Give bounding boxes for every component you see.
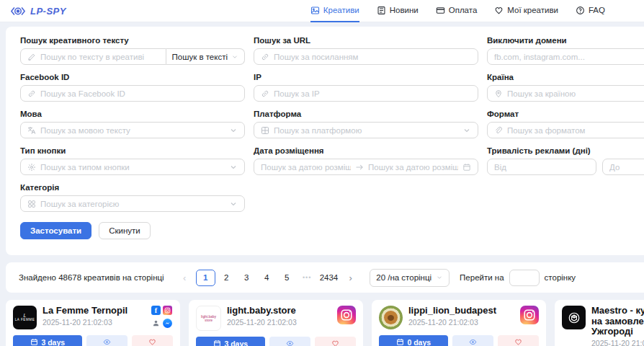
like-button[interactable]	[315, 337, 356, 346]
views-button[interactable]	[452, 335, 493, 346]
goto-page-group: Перейти на сторінку	[460, 270, 576, 286]
platform-select[interactable]: Пошук за платформою	[254, 122, 478, 138]
creative-date: 2025-11-20 21:02:03	[227, 318, 331, 327]
page-size-select[interactable]: 20 /на сторінці	[370, 269, 450, 287]
calendar-icon	[213, 340, 221, 346]
image-icon	[310, 6, 320, 15]
field-category: Категорія Пошук за категорією	[20, 183, 245, 212]
language-select[interactable]: Пошук за мовою тексту	[20, 122, 245, 138]
logo[interactable]: LP-SPY	[10, 6, 66, 17]
field-label: Формат	[487, 110, 644, 118]
eye-icon	[103, 338, 111, 346]
page-button-5[interactable]: 5	[278, 270, 296, 285]
next-page-button[interactable]: ›	[341, 270, 359, 285]
page-button-4[interactable]: 4	[258, 270, 276, 285]
avatar-text: store	[205, 319, 213, 322]
nav-tab-faq[interactable]: FAQ	[576, 0, 605, 22]
page-button-1[interactable]: 1	[196, 270, 215, 286]
field-url: Пошук за URL Пошук за посиланням	[254, 36, 478, 65]
creative-date: 2025-11-20 21:02:03	[591, 339, 644, 346]
maestro-logo	[568, 311, 581, 324]
advertiser-name[interactable]: Maestro - кухні, меблі на замовлення в У…	[591, 306, 644, 337]
creative-card[interactable]: L LA FEMME La Femme Ternopil 2025-11-20 …	[6, 300, 180, 346]
date-from-placeholder: Пошук за датою розміщення	[261, 163, 351, 172]
eye-icon	[286, 340, 294, 346]
creative-text-input[interactable]: Пошук по тексту в креативі	[20, 48, 166, 65]
days-active-button[interactable]: 3 days	[196, 337, 265, 346]
views-button[interactable]	[86, 335, 128, 346]
text-search-mode-select[interactable]: Пошук в тексті	[166, 48, 245, 65]
advertiser-avatar: light.baby store	[196, 306, 221, 331]
chevron-down-icon	[462, 126, 471, 135]
days-active-button[interactable]: 3 days	[13, 335, 82, 346]
link-icon	[27, 89, 36, 98]
field-label: Тип кнопки	[20, 146, 245, 155]
field-format: Формат Пошук за форматом	[487, 110, 644, 138]
field-language: Мова Пошук за мовою тексту	[20, 110, 245, 138]
advertiser-name[interactable]: lippi_lion_budapest	[408, 306, 514, 316]
like-button[interactable]	[498, 335, 539, 346]
heart-icon	[514, 338, 522, 346]
nav-tab-payment[interactable]: Оплата	[436, 0, 478, 22]
selected-value: Пошук в тексті	[172, 53, 228, 61]
field-label: IP	[254, 73, 478, 81]
category-select[interactable]: Пошук за категорією	[20, 195, 245, 212]
field-button-type: Тип кнопки Пошук за типом кнопки	[20, 146, 245, 175]
question-icon	[576, 6, 585, 15]
like-button[interactable]	[132, 335, 173, 346]
ip-input[interactable]: Пошук за IP	[254, 85, 478, 102]
duration-to-input[interactable]: До	[602, 159, 644, 175]
creatives-list: L LA FEMME La Femme Ternopil 2025-11-20 …	[6, 300, 644, 346]
chevron-down-icon	[229, 163, 238, 172]
arrow-right-icon	[355, 163, 364, 172]
messenger-icon	[163, 319, 172, 328]
duration-from-input[interactable]: Від	[487, 159, 596, 175]
field-duration: Тривалість реклами (дні) Від До	[487, 146, 644, 175]
network-icons: f	[151, 306, 173, 329]
creative-card[interactable]: Maestro - кухні, меблі на замовлення в У…	[555, 300, 644, 346]
advertiser-name[interactable]: light.baby.store	[227, 306, 331, 316]
views-button[interactable]	[269, 337, 310, 346]
exclude-domains-input[interactable]: fb.com, instagram.com...	[487, 48, 644, 65]
page-button-3[interactable]: 3	[238, 270, 256, 285]
prev-page-button[interactable]: ‹	[176, 270, 194, 285]
card-actions: 0 days	[379, 335, 539, 346]
placeholder: Пошук по тексту в креативі	[40, 53, 159, 61]
format-select[interactable]: Пошук за форматом	[487, 122, 644, 138]
goto-page-input[interactable]	[509, 270, 540, 286]
reset-button[interactable]: Скинути	[99, 222, 151, 239]
apply-button[interactable]: Застосувати	[20, 222, 91, 239]
goto-prefix-label: Перейти на	[460, 273, 504, 282]
creative-date: 2025-11-20 21:02:03	[408, 318, 514, 327]
page-button-2[interactable]: 2	[218, 270, 236, 285]
page-button-last[interactable]: 2434	[318, 270, 340, 285]
field-label: Пошук креативного тексту	[20, 36, 245, 45]
placeholder: Пошук за країною	[507, 89, 644, 98]
facebook-id-input[interactable]: Пошук за Facebook ID	[20, 85, 245, 102]
instagram-icon	[163, 306, 172, 315]
nav-label: FAQ	[589, 6, 605, 14]
advertiser-avatar	[562, 306, 586, 329]
field-creative-text: Пошук креативного тексту Пошук по тексту…	[20, 36, 245, 65]
creative-card[interactable]: lippi_lion_budapest 2025-11-20 21:02:03 …	[372, 300, 546, 346]
field-label: Тривалість реклами (дні)	[487, 146, 644, 155]
days-active-button[interactable]: 0 days	[379, 335, 448, 346]
nav-tab-my-creatives[interactable]: Мої креативи	[494, 0, 558, 22]
button-type-select[interactable]: Пошук за типом кнопки	[20, 159, 245, 175]
pencil-icon	[27, 53, 36, 61]
advertiser-name[interactable]: La Femme Ternopil	[43, 306, 146, 316]
page-content: Пошук креативного тексту Пошук по тексту…	[0, 27, 644, 346]
translate-icon	[27, 126, 36, 135]
news-icon	[377, 6, 386, 15]
placeholder: Пошук за платформою	[274, 126, 458, 135]
field-placement-date: Дата розміщення Пошук за датою розміщенн…	[254, 146, 478, 175]
url-input[interactable]: Пошук за посиланням	[254, 48, 478, 65]
nav-tab-news[interactable]: Новини	[377, 0, 419, 22]
country-select[interactable]: Пошук за країною	[487, 85, 644, 102]
chevron-down-icon	[436, 274, 443, 281]
page-ellipsis[interactable]: •••	[298, 270, 316, 285]
placement-date-range-picker[interactable]: Пошук за датою розміщення Пошук за датою…	[254, 159, 478, 175]
nav-tab-creatives[interactable]: Креативи	[310, 0, 359, 22]
field-label: Мова	[20, 110, 245, 118]
creative-card[interactable]: light.baby store light.baby.store 2025-1…	[189, 300, 363, 346]
